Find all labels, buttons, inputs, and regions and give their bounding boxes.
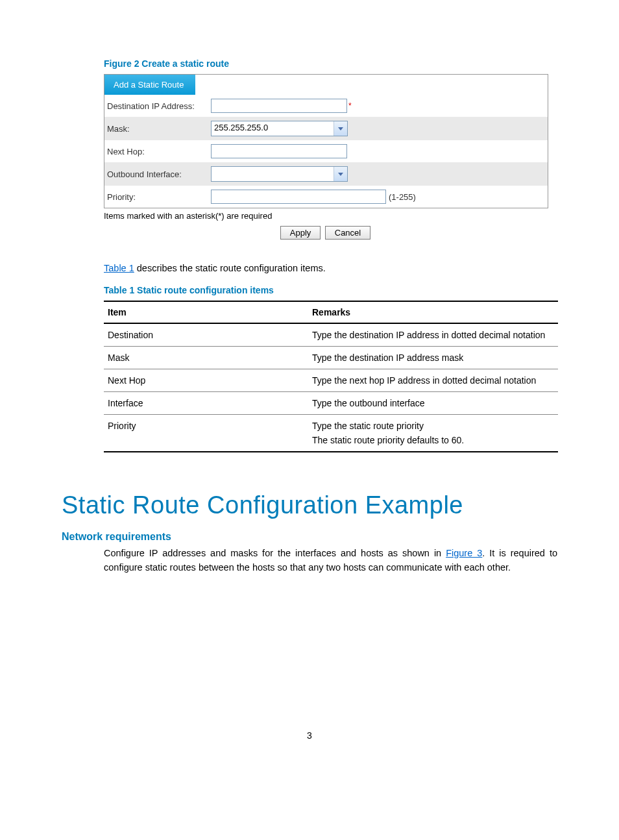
required-star-icon: * [348, 101, 352, 110]
priority-label: Priority: [107, 192, 211, 202]
paragraph-network-req: Configure IP addresses and masks for the… [104, 547, 557, 575]
apply-button[interactable]: Apply [280, 226, 321, 240]
subheading-network-req: Network requirements [62, 531, 557, 543]
mask-select-value: 255.255.255.0 [212, 121, 334, 136]
paragraph-table1-desc: Table 1 describes the static route confi… [104, 262, 557, 276]
page-number: 3 [62, 730, 557, 741]
static-route-form: Add a Static Route Destination IP Addres… [104, 74, 548, 208]
table1-link[interactable]: Table 1 [104, 263, 134, 273]
dest-ip-label: Destination IP Address: [107, 101, 211, 111]
outif-label: Outbound Interface: [107, 169, 211, 179]
table-row: Priority Type the static route priority … [104, 414, 558, 452]
mask-label: Mask: [107, 124, 211, 134]
th-item: Item [104, 301, 308, 323]
nexthop-input[interactable] [211, 144, 347, 158]
table-caption: Table 1 Static route configuration items [104, 285, 557, 295]
figure3-link[interactable]: Figure 3 [446, 548, 482, 558]
outif-select[interactable] [211, 166, 348, 182]
table-row: Interface Type the outbound interface [104, 391, 558, 414]
dest-ip-input[interactable] [211, 99, 347, 113]
figure-caption: Figure 2 Create a static route [104, 58, 557, 69]
table-row: Next Hop Type the next hop IP address in… [104, 369, 558, 391]
mask-select[interactable]: 255.255.255.0 [211, 121, 348, 136]
nexthop-label: Next Hop: [107, 147, 211, 156]
chevron-down-icon[interactable] [334, 167, 347, 181]
chevron-down-icon[interactable] [334, 121, 347, 136]
table-row: Destination Type the destination IP addr… [104, 323, 558, 347]
priority-hint: (1-255) [389, 192, 416, 202]
table-row: Mask Type the destination IP address mas… [104, 346, 558, 369]
priority-input[interactable] [211, 190, 386, 204]
config-items-table: Item Remarks Destination Type the destin… [104, 301, 558, 452]
add-static-route-tab[interactable]: Add a Static Route [104, 75, 195, 95]
th-remarks: Remarks [308, 301, 558, 323]
required-note: Items marked with an asterisk(*) are req… [104, 208, 557, 221]
page-title: Static Route Configuration Example [62, 491, 557, 519]
cancel-button[interactable]: Cancel [325, 226, 370, 240]
